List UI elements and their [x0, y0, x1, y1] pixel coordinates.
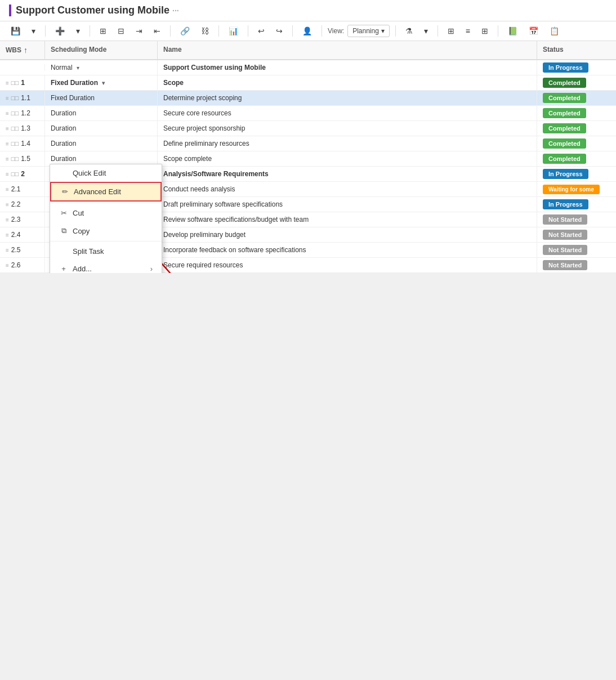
wbs-cell: ≡ 2.1	[0, 182, 45, 196]
wbs-cell: ≡ □□ 1.3	[0, 121, 45, 136]
text-btn[interactable]: ≡	[462, 24, 474, 38]
wbs-cell: ≡ □□ 1.1	[0, 91, 45, 105]
menu-item-copy[interactable]: ⧉ Copy	[50, 222, 162, 240]
app-title: Support Customer using Mobile ···	[9, 5, 179, 16]
chevron-icon: ▾	[77, 65, 79, 71]
insert-row-btn[interactable]: ⊞	[96, 24, 110, 38]
chevron-down-icon: ▾	[381, 27, 385, 35]
submenu-arrow-icon: ›	[150, 265, 153, 273]
calendar-btn[interactable]: 📅	[525, 24, 542, 38]
status-badge: Not Started	[543, 214, 587, 225]
menu-item-split-task[interactable]: Split Task	[50, 243, 162, 260]
status-badge: Completed	[543, 108, 586, 118]
main-area: WBS ↑ Scheduling Mode Name Status Normal…	[0, 41, 616, 273]
separator-2	[90, 25, 90, 37]
table-row: Normal ▾ Support Customer using Mobile I…	[0, 60, 616, 75]
separator-4	[218, 25, 219, 37]
name-cell: Review software specifications/budget wi…	[158, 212, 537, 227]
drag-handle-icon: ≡	[6, 80, 9, 86]
status-badge: Waiting for some	[543, 185, 600, 194]
status-cell: Waiting for some	[537, 182, 616, 196]
drag-handle-icon: ≡	[6, 262, 9, 269]
save-toolbar-btn[interactable]: 💾	[7, 24, 24, 38]
outdent-btn[interactable]: ⇤	[150, 24, 164, 38]
filter-btn[interactable]: ⚗	[401, 24, 417, 38]
add-icon: +	[59, 265, 68, 273]
indent-btn[interactable]: ⇥	[132, 24, 146, 38]
cut-icon: ✂	[59, 209, 68, 217]
chevron-icon: ▾	[102, 80, 105, 86]
checkbox-icon: □□	[11, 95, 19, 101]
status-badge: Completed	[543, 138, 586, 149]
separator-7	[322, 25, 322, 37]
title-text: Support Customer using Mobile	[16, 5, 169, 16]
drag-handle-icon: ≡	[6, 156, 9, 162]
drag-handle-icon: ≡	[6, 202, 9, 208]
name-cell: Analysis/Software Requirements	[158, 167, 537, 181]
name-cell: Scope complete	[158, 151, 537, 166]
view-dropdown[interactable]: Planning ▾	[347, 25, 390, 37]
separator-3	[170, 25, 171, 37]
sort-icon[interactable]: ↑	[24, 46, 28, 55]
edit-pencil-icon: ✏	[60, 187, 69, 196]
drag-handle-icon: ≡	[6, 247, 9, 253]
excel-btn[interactable]: 📗	[504, 24, 521, 38]
checkbox-icon: □□	[11, 171, 19, 177]
hierarchy-btn[interactable]: ⊞	[477, 24, 492, 38]
status-badge: Not Started	[543, 230, 587, 240]
drag-handle-icon: ≡	[6, 171, 9, 177]
add-dropdown-btn[interactable]: ▾	[72, 24, 84, 38]
mode-cell: Duration	[45, 121, 158, 136]
view-value: Planning	[352, 27, 379, 35]
menu-item-cut[interactable]: ✂ Cut	[50, 204, 162, 222]
save-dropdown-btn[interactable]: ▾	[28, 24, 39, 38]
separator-10	[498, 25, 498, 37]
assign-btn[interactable]: 👤	[298, 24, 316, 38]
status-cell: In Progress	[537, 197, 616, 212]
table-header: WBS ↑ Scheduling Mode Name Status	[0, 41, 616, 60]
filter-dropdown-btn[interactable]: ▾	[420, 24, 432, 38]
name-cell: Incorporate feedback on software specifi…	[158, 243, 537, 257]
delete-row-btn[interactable]: ⊟	[114, 24, 128, 38]
drag-handle-icon: ≡	[6, 217, 9, 223]
copy-icon: ⧉	[59, 226, 68, 235]
undo-btn[interactable]: ↩	[254, 24, 269, 38]
context-menu: Quick Edit ✏ Advanced Edit ✂ Cut ⧉ Copy …	[50, 164, 162, 273]
status-badge: Completed	[543, 78, 586, 88]
app-header: Support Customer using Mobile ···	[0, 0, 616, 21]
status-badge: In Progress	[543, 199, 588, 209]
status-badge: Completed	[543, 154, 586, 164]
mode-cell: Duration	[45, 106, 158, 120]
status-cell: Completed	[537, 121, 616, 136]
status-cell: Completed	[537, 136, 616, 151]
status-badge: Not Started	[543, 260, 587, 270]
wbs-cell: ≡ 2.3	[0, 212, 45, 227]
link-btn[interactable]: 🔗	[176, 24, 194, 38]
gantt-btn[interactable]: 📊	[225, 24, 242, 38]
menu-item-quick-edit[interactable]: Quick Edit	[50, 164, 162, 182]
mode-cell: Fixed Duration ▾	[45, 75, 158, 90]
drag-handle-icon: ≡	[6, 126, 9, 132]
name-cell: Conduct needs analysis	[158, 182, 537, 196]
redo-btn[interactable]: ↪	[272, 24, 287, 38]
resource-btn[interactable]: 📋	[546, 24, 563, 38]
wbs-cell: ≡ □□ 2	[0, 167, 45, 181]
name-cell: Secure project sponsorship	[158, 121, 537, 136]
wbs-cell: ≡ 2.4	[0, 227, 45, 242]
table-row: ≡ □□ 1.3 Duration Secure project sponsor…	[0, 121, 616, 136]
unlink-btn[interactable]: ⛓	[197, 24, 213, 38]
status-badge: In Progress	[543, 169, 588, 179]
checkbox-icon: □□	[11, 110, 19, 117]
columns-btn[interactable]: ⊞	[444, 24, 458, 38]
wbs-cell: ≡ □□ 1.5	[0, 151, 45, 166]
table-row: ≡ □□ 1.1 Fixed Duration Determine projec…	[0, 91, 616, 106]
drag-handle-icon: ≡	[6, 232, 9, 238]
menu-item-advanced-edit[interactable]: ✏ Advanced Edit	[50, 182, 162, 202]
separator-9	[438, 25, 438, 37]
menu-item-add[interactable]: + Add... ›	[50, 260, 162, 273]
wbs-cell: ≡ 2.2	[0, 197, 45, 212]
table-row: ≡ □□ 1.4 Duration Define preliminary res…	[0, 136, 616, 151]
add-btn[interactable]: ➕	[51, 24, 69, 38]
status-cell: Completed	[537, 106, 616, 120]
drag-handle-icon: ≡	[6, 186, 9, 193]
